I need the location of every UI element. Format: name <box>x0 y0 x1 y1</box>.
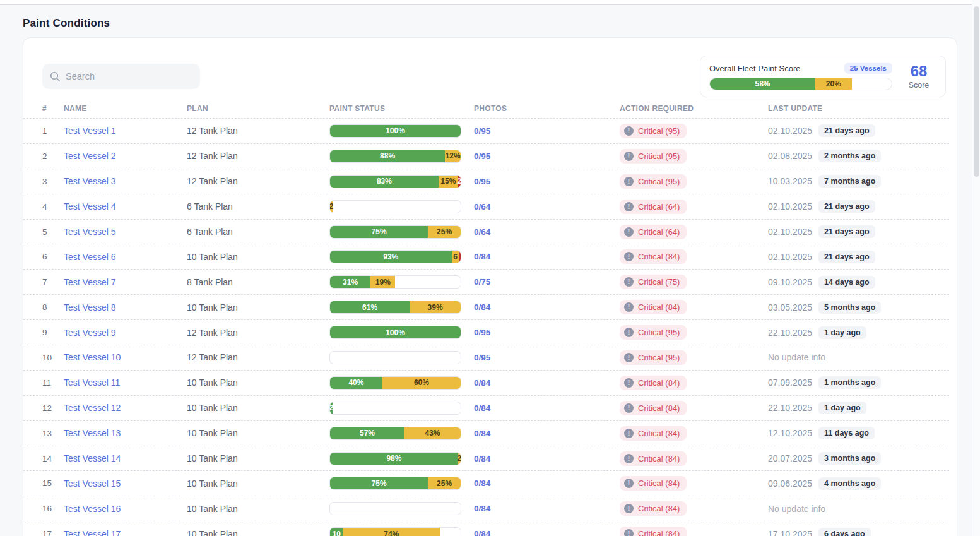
critical-label: Critical (95) <box>638 353 680 362</box>
vessel-name-link[interactable]: Test Vessel 15 <box>64 479 187 489</box>
paint-status-segment-green: 93% <box>330 251 452 263</box>
update-date: 09.06.2025 <box>768 479 812 489</box>
vessel-name-link[interactable]: Test Vessel 9 <box>64 328 187 338</box>
vessel-name-link[interactable]: Test Vessel 2 <box>64 151 187 161</box>
photos-link[interactable]: 0/84 <box>474 378 620 388</box>
vessel-name-link[interactable]: Test Vessel 16 <box>64 504 187 514</box>
scrollbar-thumb[interactable] <box>974 6 979 177</box>
critical-label: Critical (95) <box>638 152 680 161</box>
photos-link[interactable]: 0/84 <box>474 429 620 438</box>
vessel-name-link[interactable]: Test Vessel 11 <box>64 378 187 388</box>
action-required-cell: !Critical (84) <box>620 426 768 441</box>
paint-status-bar: 1074% <box>329 527 461 536</box>
vessel-name-link[interactable]: Test Vessel 12 <box>64 403 187 413</box>
vessel-name-link[interactable]: Test Vessel 13 <box>64 428 187 438</box>
vessel-name-link[interactable]: Test Vessel 10 <box>64 352 187 362</box>
fleet-score-caption: Score <box>901 81 936 90</box>
row-number: 16 <box>42 504 64 513</box>
paint-status-bar <box>329 351 461 364</box>
photos-link[interactable]: 0/95 <box>474 353 620 362</box>
table-row: 14Test Vessel 1410 Tank Plan98%20/84!Cri… <box>23 446 949 472</box>
photos-link[interactable]: 0/84 <box>474 302 620 312</box>
plan-label: 12 Tank Plan <box>187 328 329 338</box>
paint-status-segment-green: 10 <box>330 528 343 536</box>
paint-status-segment-yellow: 2 <box>330 201 333 213</box>
search-field[interactable] <box>66 71 192 81</box>
search-input[interactable] <box>42 64 200 89</box>
alert-icon: ! <box>624 126 634 136</box>
last-update-cell: 22.10.20251 day ago <box>768 326 949 339</box>
vessel-name-link[interactable]: Test Vessel 3 <box>64 176 187 186</box>
vessel-name-link[interactable]: Test Vessel 7 <box>64 277 187 287</box>
photos-link[interactable]: 0/84 <box>474 454 620 463</box>
column-header: PAINT STATUS <box>329 104 474 113</box>
photos-link[interactable]: 0/95 <box>474 177 620 186</box>
critical-label: Critical (84) <box>638 529 680 536</box>
table-row: 17Test Vessel 1710 Tank Plan1074%0/84!Cr… <box>23 521 949 536</box>
paint-status-segment-yellow: 12% <box>445 150 461 162</box>
paint-status-segment-green: 31% <box>330 276 370 288</box>
alert-icon: ! <box>624 403 634 413</box>
photos-link[interactable]: 0/84 <box>474 252 620 261</box>
paint-status-segment-green: 61% <box>330 301 410 313</box>
update-date: 10.03.2025 <box>768 176 812 186</box>
critical-badge: !Critical (84) <box>620 451 687 466</box>
vessel-name-link[interactable]: Test Vessel 14 <box>64 453 187 463</box>
paint-status-cell: 40%60% <box>329 376 474 390</box>
paint-status-segment-yellow: 20% <box>815 78 852 90</box>
critical-badge: !Critical (84) <box>620 426 687 441</box>
paint-status-segment-yellow: 2 <box>458 453 461 465</box>
alert-icon: ! <box>624 227 634 237</box>
scrollbar[interactable] <box>972 0 980 536</box>
table-rows: 1Test Vessel 112 Tank Plan100%0/95!Criti… <box>23 119 957 536</box>
table-row: 7Test Vessel 78 Tank Plan31%19%0/75!Crit… <box>23 270 949 295</box>
photos-link[interactable]: 0/75 <box>474 277 620 287</box>
segment-label: 2 <box>458 454 461 463</box>
row-number: 8 <box>42 302 64 312</box>
update-date: 02.10.2025 <box>768 252 812 262</box>
critical-label: Critical (84) <box>638 403 680 413</box>
plan-label: 12 Tank Plan <box>187 126 329 136</box>
vessel-name-link[interactable]: Test Vessel 4 <box>64 201 187 211</box>
vessel-name-link[interactable]: Test Vessel 5 <box>64 227 187 237</box>
alert-icon: ! <box>624 454 634 463</box>
critical-badge: !Critical (84) <box>620 501 687 516</box>
critical-badge: !Critical (95) <box>620 124 687 138</box>
paint-status-segment-green: 75% <box>330 477 428 489</box>
row-number: 9 <box>42 328 64 337</box>
vessel-name-link[interactable]: Test Vessel 17 <box>64 529 187 536</box>
photos-link[interactable]: 0/64 <box>474 202 620 211</box>
photos-link[interactable]: 0/84 <box>474 403 620 413</box>
photos-link[interactable]: 0/84 <box>474 504 620 513</box>
vessel-name-link[interactable]: Test Vessel 6 <box>64 252 187 262</box>
plan-label: 10 Tank Plan <box>187 504 329 514</box>
paint-status-cell: 61%39% <box>329 301 474 314</box>
plan-label: 12 Tank Plan <box>187 151 329 161</box>
photos-link[interactable]: 0/95 <box>474 152 620 161</box>
photos-link[interactable]: 0/95 <box>474 328 620 337</box>
segment-label: 19% <box>375 278 391 287</box>
photos-link[interactable]: 0/64 <box>474 227 620 237</box>
paint-status-segment-green: 40% <box>330 377 382 389</box>
alert-icon: ! <box>624 302 634 312</box>
photos-link[interactable]: 0/84 <box>474 529 620 536</box>
paint-status-segment-yellow: 39% <box>410 301 461 313</box>
update-date: 22.10.2025 <box>768 328 812 338</box>
paint-status-segment-green: 83% <box>330 176 439 188</box>
action-required-cell: !Critical (95) <box>620 350 768 365</box>
critical-label: Critical (84) <box>638 378 680 388</box>
last-update-cell: No update info <box>768 352 949 362</box>
row-number: 15 <box>42 479 64 488</box>
vessel-name-link[interactable]: Test Vessel 1 <box>64 126 187 136</box>
photos-link[interactable]: 0/84 <box>474 479 620 488</box>
photos-link[interactable]: 0/95 <box>474 126 620 136</box>
plan-label: 10 Tank Plan <box>187 252 329 262</box>
paint-status-bar: 75%25% <box>329 225 461 239</box>
alert-icon: ! <box>624 152 634 161</box>
action-required-cell: !Critical (95) <box>620 325 768 340</box>
row-number: 17 <box>42 529 64 536</box>
paint-status-bar: 40%60% <box>329 376 461 390</box>
paint-status-cell: 1074% <box>329 527 474 536</box>
vessel-name-link[interactable]: Test Vessel 8 <box>64 302 187 313</box>
column-header: LAST UPDATE <box>768 104 949 113</box>
